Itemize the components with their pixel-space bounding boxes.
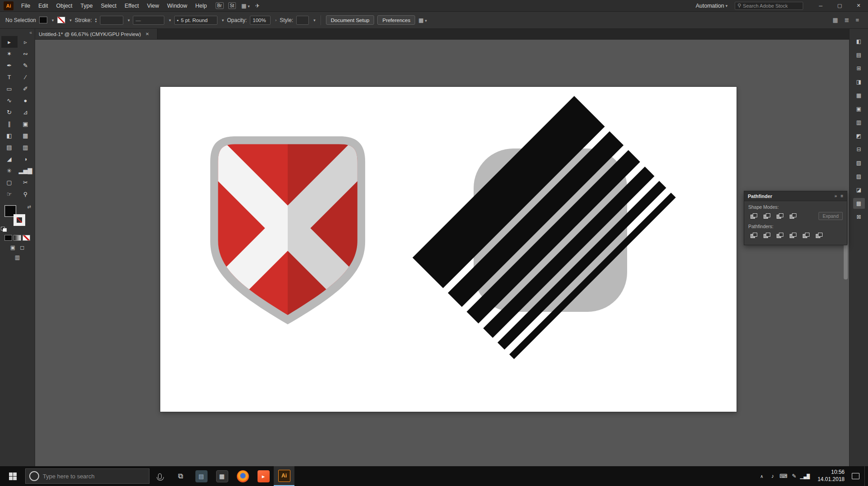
paintbrush-tool[interactable]: ✐: [18, 83, 34, 94]
dock-panel-icon[interactable]: ◪: [853, 184, 865, 195]
scale-tool[interactable]: ⊿: [18, 106, 34, 118]
shaper-tool[interactable]: ∿: [1, 94, 18, 106]
go-to-bridge-button[interactable]: Br: [216, 2, 224, 9]
swap-fill-stroke-icon[interactable]: ⇄: [27, 204, 31, 209]
menu-file[interactable]: File: [17, 0, 34, 12]
style-label[interactable]: Style:: [280, 17, 293, 23]
network-icon[interactable]: ▁▄█: [800, 466, 810, 486]
arrange-documents-icon[interactable]: ▦▾: [241, 3, 250, 9]
blend-tool[interactable]: ◑: [18, 153, 34, 165]
merge-button[interactable]: [774, 231, 785, 240]
fill-caret-icon[interactable]: ▾: [52, 18, 54, 22]
document-setup-button[interactable]: Document Setup: [326, 15, 375, 25]
workspace-switcher[interactable]: Automation▾: [696, 3, 728, 9]
symbol-sprayer-tool[interactable]: ✳: [1, 165, 18, 176]
panel-menu-icon[interactable]: ≡: [841, 194, 843, 198]
brush-caret-icon[interactable]: ▾: [222, 18, 224, 22]
style-caret-icon[interactable]: ▾: [313, 18, 316, 22]
taskbar-search-input[interactable]: [43, 473, 145, 480]
menu-window[interactable]: Window: [163, 0, 191, 12]
draw-behind-button[interactable]: ◻: [20, 244, 24, 251]
menu-type[interactable]: Type: [77, 0, 97, 12]
opacity-caret-icon[interactable]: ›: [275, 18, 276, 22]
dock-panel-icon[interactable]: ▧: [853, 158, 865, 168]
stroke-weight-caret-icon[interactable]: ▾: [128, 18, 130, 22]
exclude-button[interactable]: [787, 212, 798, 220]
pencil-tool[interactable]: ✎: [18, 59, 34, 71]
dock-panel-icon[interactable]: ⊟: [853, 144, 865, 155]
shape-builder-tool[interactable]: ◧: [1, 130, 18, 141]
menu-effect[interactable]: Effect: [121, 0, 143, 12]
stroke-weight-stepper[interactable]: ▴▾: [95, 18, 97, 23]
menu-select[interactable]: Select: [97, 0, 121, 12]
taskbar-media-app[interactable]: ▸: [253, 466, 274, 486]
tab-close-icon[interactable]: ✕: [145, 32, 149, 36]
minus-back-button[interactable]: [814, 231, 824, 240]
taskbar-app-calculator[interactable]: ▦: [212, 466, 232, 486]
direct-selection-tool[interactable]: ▹: [18, 36, 34, 48]
dock-pathfinder-icon[interactable]: ▩: [853, 198, 865, 209]
pathfinder-header[interactable]: Pathfinder » ≡: [744, 191, 847, 201]
show-desktop-button[interactable]: [864, 466, 868, 486]
width-tool[interactable]: ∥: [1, 118, 18, 130]
artboard[interactable]: [160, 87, 737, 412]
width-profile-caret-icon[interactable]: ▾: [169, 18, 171, 22]
stroke-color-swatch[interactable]: [57, 17, 65, 23]
intersect-button[interactable]: [774, 212, 785, 220]
taskbar-firefox[interactable]: [232, 466, 253, 486]
dock-panel-icon[interactable]: ▣: [853, 104, 865, 114]
magic-wand-tool[interactable]: ✶: [1, 48, 18, 59]
maximize-button[interactable]: ▢: [830, 0, 849, 12]
crop-button[interactable]: [787, 231, 798, 240]
stroke-caret-icon[interactable]: ▾: [70, 18, 72, 22]
dock-panel-icon[interactable]: ◨: [853, 76, 865, 87]
hidden-icons-chevron[interactable]: ∧: [756, 466, 767, 486]
vertical-scrollbar[interactable]: [843, 40, 848, 466]
eyedropper-tool[interactable]: ◢: [1, 153, 18, 165]
stroke-swatch[interactable]: [14, 214, 25, 226]
canvas[interactable]: [35, 40, 849, 466]
dock-panel-icon[interactable]: ◩: [853, 130, 865, 141]
hand-tool[interactable]: ☞: [1, 188, 18, 200]
dock-panel-icon[interactable]: ◧: [853, 36, 865, 47]
line-segment-tool[interactable]: ∕: [18, 71, 34, 83]
stock-search-input[interactable]: [743, 3, 800, 9]
stroke-weight-field[interactable]: [100, 16, 123, 25]
type-tool[interactable]: T: [1, 71, 18, 83]
dock-panel-icon[interactable]: ▨: [853, 171, 865, 182]
artboard-tool[interactable]: ▢: [1, 176, 18, 188]
adobe-stock-search[interactable]: ⚲: [735, 2, 803, 10]
draw-normal-button[interactable]: ▣: [10, 244, 15, 251]
blob-brush-tool[interactable]: ●: [18, 94, 34, 106]
action-center-button[interactable]: [846, 466, 864, 486]
adobe-stock-button[interactable]: St: [228, 2, 236, 9]
lasso-tool[interactable]: ∾: [18, 48, 34, 59]
default-fill-stroke-icon[interactable]: [1, 227, 6, 231]
preferences-button[interactable]: Preferences: [377, 15, 415, 25]
style-swatch[interactable]: [296, 16, 309, 25]
outline-button[interactable]: [800, 231, 811, 240]
menu-edit[interactable]: Edit: [34, 0, 52, 12]
opacity-label[interactable]: Opacity:: [227, 17, 247, 23]
shield-artwork[interactable]: [198, 136, 377, 324]
align-icon[interactable]: ▦▾: [418, 17, 427, 23]
color-mode-button[interactable]: [5, 235, 12, 241]
transform-panel-icon[interactable]: ▦: [832, 17, 838, 23]
document-tab[interactable]: Untitled-1* @ 66,67% (CMYK/GPU Preview) …: [35, 29, 158, 39]
dock-panel-icon[interactable]: ▥: [853, 117, 865, 128]
zoom-tool[interactable]: ⚲: [18, 188, 34, 200]
free-transform-tool[interactable]: ▣: [18, 118, 34, 130]
dock-panel-icon[interactable]: ▦: [853, 90, 865, 101]
menu-help[interactable]: Help: [191, 0, 211, 12]
slice-tool[interactable]: ✂: [18, 176, 34, 188]
minus-front-button[interactable]: [761, 212, 772, 220]
unite-button[interactable]: [748, 212, 759, 220]
expand-button[interactable]: Expand: [818, 212, 843, 220]
keyboard-icon[interactable]: ⌨: [778, 466, 789, 486]
mesh-tool[interactable]: ▤: [1, 141, 18, 153]
taskbar-app-1[interactable]: ▤: [191, 466, 212, 486]
gradient-mode-button[interactable]: [14, 235, 21, 241]
menu-view[interactable]: View: [143, 0, 163, 12]
taskbar-clock[interactable]: 10:56 14.01.2018: [810, 466, 846, 486]
taskbar-illustrator[interactable]: Ai: [274, 466, 294, 486]
